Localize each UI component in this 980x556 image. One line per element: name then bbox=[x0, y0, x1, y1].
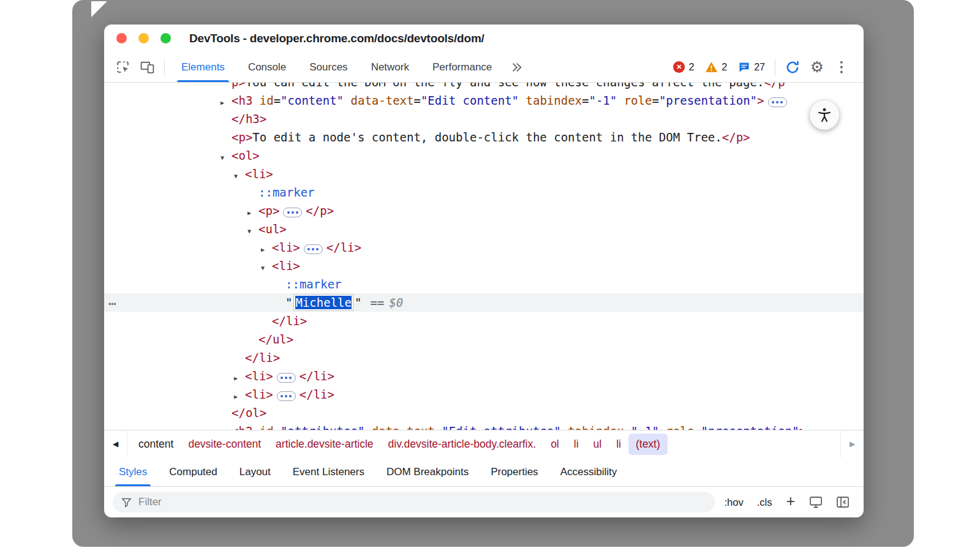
code-token-tag: </li> bbox=[326, 241, 361, 254]
window-title: DevTools - developer.chrome.com/docs/dev… bbox=[189, 32, 484, 45]
panel-tab-event-listeners[interactable]: Event Listeners bbox=[282, 457, 375, 486]
breadcrumb: ◀ contentdevsite-contentarticle.devsite-… bbox=[104, 430, 864, 457]
white-corner-wedge bbox=[91, 1, 107, 17]
inline-expand-ellipsis-button[interactable] bbox=[277, 373, 296, 383]
styles-toolbar: :hov .cls + bbox=[104, 487, 864, 517]
dom-tree-line-selected[interactable]: …"Michelle"==$0 bbox=[104, 293, 864, 312]
code-token-tag: <p> bbox=[258, 204, 279, 217]
breadcrumb-item-li[interactable]: li bbox=[567, 434, 586, 455]
code-token-tag: </li> bbox=[245, 351, 280, 364]
row-menu-dots-icon[interactable]: … bbox=[108, 291, 117, 310]
tab-performance[interactable]: Performance bbox=[421, 52, 503, 82]
tab-elements[interactable]: Elements bbox=[170, 52, 236, 82]
dom-tree-line[interactable]: ▶<h2 id="attributes" data-text="Edit att… bbox=[104, 422, 864, 430]
code-token-tag: </p> bbox=[306, 204, 334, 217]
dom-tree-line[interactable]: ▶<p></p> bbox=[104, 201, 864, 220]
dom-tree-line[interactable]: ▶<h3 id="content" data-text="Edit conten… bbox=[104, 91, 864, 110]
dom-tree-line[interactable]: </ul> bbox=[104, 330, 864, 348]
breadcrumb-item-devsite-content[interactable]: devsite-content bbox=[181, 434, 268, 455]
device-toolbar-icon[interactable] bbox=[135, 52, 159, 82]
breadcrumb-item-article-devsite-article[interactable]: article.devsite-article bbox=[268, 434, 381, 455]
warnings-badge[interactable]: 2 bbox=[705, 52, 727, 82]
tab-network[interactable]: Network bbox=[360, 52, 421, 82]
inspect-element-icon[interactable] bbox=[110, 52, 135, 82]
dom-tree-line[interactable]: ▼<li> bbox=[104, 165, 864, 183]
panel-tab-dom-breakpoints[interactable]: DOM Breakpoints bbox=[375, 457, 480, 486]
code-token-val: "content" bbox=[281, 94, 344, 107]
code-token-attr: data-text bbox=[364, 424, 434, 430]
dom-tree-line[interactable]: </h3> bbox=[104, 110, 864, 128]
editing-text-selection[interactable]: Michelle bbox=[295, 296, 352, 309]
zoom-button[interactable] bbox=[160, 33, 171, 43]
new-style-rule-button[interactable]: + bbox=[781, 492, 800, 512]
element-classes-button[interactable]: .cls bbox=[753, 494, 777, 511]
breadcrumb-item-ul[interactable]: ul bbox=[586, 434, 609, 455]
panel-tab-styles[interactable]: Styles bbox=[108, 457, 158, 486]
code-token-pseudo: ::marker bbox=[285, 277, 342, 291]
inline-expand-ellipsis-button[interactable] bbox=[768, 97, 787, 107]
panel-tab-layout[interactable]: Layout bbox=[228, 457, 282, 486]
dom-tree-line[interactable]: ::marker bbox=[104, 275, 864, 293]
toggle-sidebar-dock-icon[interactable] bbox=[832, 495, 854, 509]
inline-expand-ellipsis-button[interactable] bbox=[277, 391, 296, 401]
code-token-tag: > bbox=[757, 94, 764, 107]
dom-tree-line[interactable]: ▼<ul> bbox=[104, 220, 864, 238]
panel-tab-properties[interactable]: Properties bbox=[480, 457, 549, 486]
code-token-tag: <li> bbox=[272, 259, 300, 272]
breadcrumb-item-text[interactable]: (text) bbox=[628, 434, 668, 455]
more-tabs-icon[interactable] bbox=[510, 52, 523, 82]
breadcrumb-scroll-right-button[interactable]: ▶ bbox=[840, 430, 864, 457]
breadcrumb-item-content[interactable]: content bbox=[131, 434, 181, 455]
dom-tree-line[interactable]: </ol> bbox=[104, 404, 864, 422]
sync-circle-icon[interactable] bbox=[780, 52, 805, 82]
minimize-button[interactable] bbox=[138, 33, 149, 43]
code-token-attr: id bbox=[252, 424, 273, 430]
code-token-refeq: == bbox=[370, 296, 384, 309]
dom-tree-line[interactable]: ▶<li></li> bbox=[104, 385, 864, 404]
panel-tab-computed[interactable]: Computed bbox=[158, 457, 228, 486]
dom-tree-line[interactable]: ▼<ol> bbox=[104, 146, 864, 165]
tab-sources[interactable]: Sources bbox=[298, 52, 359, 82]
code-token-attr: role bbox=[659, 424, 694, 430]
styles-filter[interactable] bbox=[113, 492, 715, 513]
kebab-menu-icon[interactable]: ⋮ bbox=[829, 52, 854, 82]
code-token-text: To edit a node's content, double-click t… bbox=[252, 130, 722, 144]
dom-tree-line[interactable]: </li> bbox=[104, 348, 864, 367]
dom-tree-line[interactable]: <p>To edit a node's content, double-clic… bbox=[104, 128, 864, 146]
code-token-tag: </li> bbox=[272, 314, 307, 328]
breadcrumb-item-li[interactable]: li bbox=[609, 434, 628, 455]
accessibility-overlay-button[interactable] bbox=[810, 100, 839, 130]
dom-tree-line[interactable]: ::marker bbox=[104, 183, 864, 201]
code-token-attr: role bbox=[617, 94, 652, 107]
breadcrumb-item-ol[interactable]: ol bbox=[543, 434, 567, 455]
code-token-attr: data-text bbox=[344, 94, 413, 107]
dom-tree-line[interactable]: ▼<li> bbox=[104, 257, 864, 275]
code-token-tag: </ul> bbox=[258, 332, 293, 346]
breadcrumb-items: contentdevsite-contentarticle.devsite-ar… bbox=[127, 434, 840, 455]
toggle-pseudo-state-button[interactable]: :hov bbox=[720, 494, 747, 511]
inline-expand-ellipsis-button[interactable] bbox=[304, 244, 323, 254]
dom-tree-line[interactable]: </li> bbox=[104, 312, 864, 330]
issues-badge[interactable]: 27 bbox=[738, 52, 765, 82]
code-token-tag: </p> bbox=[722, 130, 750, 144]
dom-tree-line[interactable]: ▶<li></li> bbox=[104, 367, 864, 385]
warnings-count: 2 bbox=[722, 62, 727, 73]
expand-arrow-icon[interactable]: ▶ bbox=[221, 424, 232, 430]
errors-badge[interactable]: ✕ 2 bbox=[673, 52, 694, 82]
close-button[interactable] bbox=[116, 33, 127, 43]
breadcrumb-item-div-devsite-article-body-clearfix[interactable]: div.devsite-article-body.clearfix. bbox=[381, 434, 544, 455]
inline-expand-ellipsis-button[interactable] bbox=[283, 208, 302, 217]
screenshot-stage: DevTools - developer.chrome.com/docs/dev… bbox=[0, 0, 980, 556]
rendering-monitor-icon[interactable] bbox=[805, 495, 827, 509]
breadcrumb-scroll-left-button[interactable]: ◀ bbox=[104, 430, 127, 457]
dom-tree-line[interactable]: ▶<li></li> bbox=[104, 238, 864, 257]
code-token-tag: <ul> bbox=[258, 222, 287, 236]
code-token-text: You can edit the DOM on the fly and see … bbox=[246, 83, 764, 89]
code-token-tag: <li> bbox=[272, 241, 300, 254]
tab-console[interactable]: Console bbox=[236, 52, 298, 82]
dom-tree-line[interactable]: p>You can edit the DOM on the fly and se… bbox=[104, 83, 864, 91]
settings-gear-icon[interactable]: ⚙ bbox=[805, 52, 829, 82]
filter-input[interactable] bbox=[138, 496, 707, 508]
panel-tab-accessibility[interactable]: Accessibility bbox=[549, 457, 628, 486]
code-token-eq: = bbox=[624, 424, 631, 430]
